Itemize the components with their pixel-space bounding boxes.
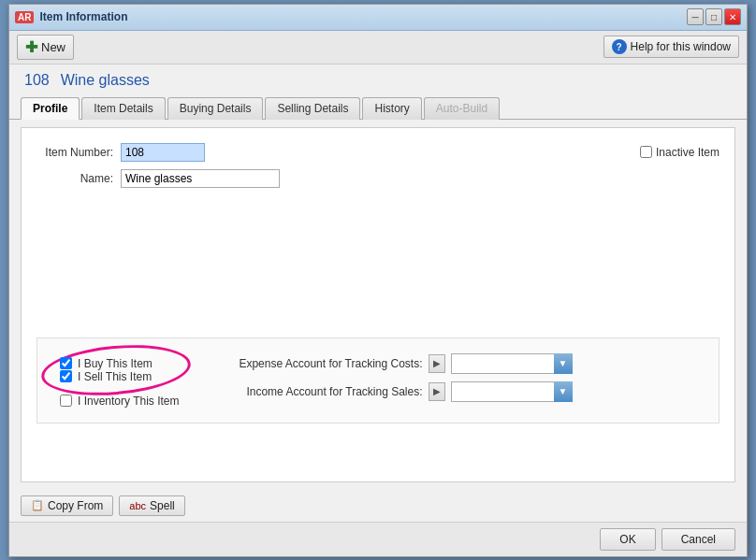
minimize-button[interactable]: ─ — [687, 8, 704, 25]
tab-buying-details[interactable]: Buying Details — [167, 97, 264, 120]
buy-label: I Buy This Item — [78, 357, 153, 370]
income-account-row: Income Account for Tracking Sales: ▶ ▼ — [217, 381, 573, 402]
account-section: Expense Account for Tracking Costs: ▶ ▼ … — [217, 353, 573, 408]
sell-checkbox-row: I Sell This Item — [60, 370, 172, 383]
app-icon: AR — [15, 11, 34, 23]
item-id: 108 — [24, 72, 50, 89]
tab-bar: Profile Item Details Buying Details Sell… — [9, 96, 747, 120]
spell-icon: abc — [129, 500, 146, 511]
name-label: Name: — [36, 172, 121, 185]
window-title: Item Information — [39, 10, 127, 23]
tab-history[interactable]: History — [362, 97, 421, 120]
expense-account-select[interactable] — [451, 353, 573, 374]
close-button[interactable]: ✕ — [724, 8, 741, 25]
tab-auto-build: Auto-Build — [424, 97, 500, 120]
buy-checkbox-row: I Buy This Item — [60, 357, 172, 370]
main-window: AR Item Information ─ □ ✕ ✚ New ? Help f… — [8, 4, 748, 557]
checkbox-section: I Buy This Item I Sell This Item I Inven… — [52, 353, 180, 408]
inactive-label: Inactive Item — [656, 146, 720, 159]
tab-item-details[interactable]: Item Details — [81, 97, 165, 120]
tab-selling-details[interactable]: Selling Details — [265, 97, 360, 120]
title-bar-left: AR Item Information — [15, 10, 127, 23]
expense-account-row: Expense Account for Tracking Costs: ▶ ▼ — [217, 353, 573, 374]
ok-button[interactable]: OK — [600, 528, 655, 551]
plus-icon: ✚ — [25, 38, 37, 56]
title-bar-controls: ─ □ ✕ — [687, 8, 741, 25]
copy-from-button[interactable]: 📋 Copy From — [21, 495, 113, 516]
toolbar: ✚ New ? Help for this window — [9, 31, 747, 65]
copy-icon: 📋 — [31, 499, 44, 511]
content-area: Item Number: Inactive Item Name: I Buy T… — [21, 127, 735, 482]
new-button[interactable]: ✚ New — [17, 35, 74, 60]
spell-label: Spell — [150, 499, 175, 512]
name-input[interactable] — [121, 169, 280, 188]
item-number-row: Item Number: Inactive Item — [36, 143, 720, 162]
sell-label: I Sell This Item — [78, 370, 152, 383]
spell-button[interactable]: abc Spell — [119, 495, 184, 516]
inactive-checkbox-row: Inactive Item — [640, 146, 720, 159]
new-button-label: New — [41, 40, 65, 54]
cancel-button[interactable]: Cancel — [662, 528, 735, 551]
inventory-checkbox-row: I Inventory This Item — [52, 395, 180, 408]
inactive-checkbox[interactable] — [640, 146, 652, 158]
bottom-bar: 📋 Copy From abc Spell — [9, 490, 747, 522]
item-number-label: Item Number: — [36, 146, 121, 159]
sell-checkbox[interactable] — [60, 370, 72, 382]
help-icon: ? — [612, 39, 627, 54]
income-select-wrapper: ▼ — [451, 381, 573, 402]
item-name-header: Wine glasses — [61, 72, 150, 89]
title-bar: AR Item Information ─ □ ✕ — [9, 5, 747, 31]
expense-nav-btn[interactable]: ▶ — [429, 354, 445, 373]
inventory-checkbox[interactable] — [60, 395, 72, 407]
cancel-label: Cancel — [681, 533, 716, 546]
maximize-button[interactable]: □ — [705, 8, 722, 25]
toolbar-left: ✚ New — [17, 35, 74, 60]
tab-profile[interactable]: Profile — [21, 97, 80, 120]
item-number-input[interactable] — [121, 143, 205, 162]
inventory-label: I Inventory This Item — [78, 395, 180, 408]
ok-label: OK — [619, 533, 635, 546]
checkbox-group: I Buy This Item I Sell This Item I Inven… — [36, 337, 720, 424]
circled-checks: I Buy This Item I Sell This Item — [52, 353, 180, 387]
help-button[interactable]: ? Help for this window — [603, 36, 739, 58]
item-header: 108 Wine glasses — [9, 65, 747, 96]
buy-checkbox[interactable] — [60, 357, 72, 369]
income-account-label: Income Account for Tracking Sales: — [217, 385, 423, 398]
expense-account-label: Expense Account for Tracking Costs: — [217, 357, 423, 370]
expense-select-wrapper: ▼ — [451, 353, 573, 374]
copy-from-label: Copy From — [48, 499, 103, 512]
footer-bar: OK Cancel — [9, 522, 747, 556]
name-row: Name: — [36, 169, 720, 188]
income-nav-btn[interactable]: ▶ — [429, 382, 445, 401]
help-button-label: Help for this window — [631, 40, 731, 53]
income-account-select[interactable] — [451, 381, 573, 402]
